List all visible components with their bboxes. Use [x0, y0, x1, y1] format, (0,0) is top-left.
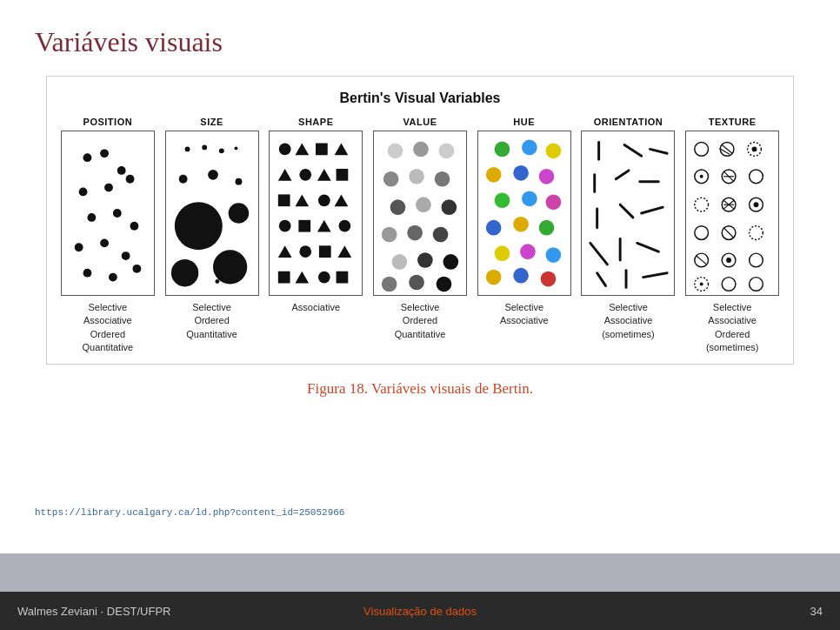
svg-point-8 — [130, 222, 138, 231]
svg-point-26 — [215, 279, 219, 284]
svg-point-109 — [700, 175, 703, 178]
svg-point-4 — [104, 184, 113, 192]
footer-center: Visualização de dados — [286, 605, 555, 618]
var-header-size: SIZE — [200, 117, 223, 127]
svg-line-94 — [621, 204, 634, 218]
figure-caption: Figura 18. Variáveis visuais de Bertin. — [35, 380, 805, 398]
svg-marker-30 — [335, 144, 349, 156]
svg-point-80 — [538, 220, 554, 236]
figure-box: Bertin's Visual Variables POSITION — [46, 76, 794, 365]
svg-rect-34 — [337, 169, 349, 181]
svg-point-120 — [754, 202, 759, 207]
svg-point-16 — [202, 144, 207, 150]
svg-point-66 — [382, 277, 397, 292]
svg-point-37 — [318, 194, 330, 206]
svg-point-71 — [545, 144, 561, 159]
var-box-position — [61, 131, 155, 296]
svg-point-32 — [300, 169, 312, 181]
svg-rect-50 — [337, 271, 349, 284]
svg-point-84 — [486, 270, 502, 285]
page-title: Variáveis visuais — [35, 26, 805, 58]
var-box-hue — [477, 131, 571, 296]
gray-area — [0, 553, 840, 592]
var-header-hue: HUE — [513, 117, 535, 127]
svg-rect-45 — [319, 245, 331, 258]
url-link[interactable]: https://library.ucalgary.ca/ld.php?conte… — [35, 507, 344, 518]
svg-point-74 — [538, 169, 554, 184]
svg-point-107 — [752, 146, 757, 151]
svg-point-54 — [383, 171, 399, 187]
svg-line-89 — [650, 149, 668, 153]
svg-point-133 — [750, 278, 763, 292]
svg-point-77 — [545, 194, 561, 210]
svg-line-95 — [642, 207, 663, 213]
svg-point-11 — [122, 251, 130, 260]
svg-point-53 — [439, 144, 455, 159]
svg-line-91 — [617, 171, 630, 179]
svg-point-61 — [407, 225, 423, 241]
svg-point-22 — [174, 202, 222, 250]
svg-point-49 — [318, 271, 330, 284]
svg-point-24 — [170, 259, 197, 286]
svg-rect-47 — [278, 271, 290, 284]
var-label-size: SelectiveOrderedQuantitative — [186, 301, 237, 341]
slide-content-area: Variáveis visuais Bertin's Visual Variab… — [0, 0, 840, 592]
svg-point-9 — [75, 243, 83, 251]
var-box-texture — [685, 131, 779, 296]
var-label-position: SelectiveAssociativeOrderedQuantitative — [83, 301, 134, 355]
svg-point-10 — [100, 238, 109, 247]
svg-point-55 — [409, 169, 424, 184]
svg-point-73 — [513, 165, 529, 181]
footer-right: 34 — [554, 605, 823, 618]
svg-line-99 — [597, 273, 606, 286]
svg-point-7 — [113, 209, 122, 218]
svg-point-86 — [540, 271, 556, 287]
svg-point-62 — [433, 227, 449, 243]
svg-point-23 — [228, 203, 249, 224]
var-label-hue: SelectiveAssociative — [500, 301, 549, 328]
var-label-texture: SelectiveAssociativeOrdered(sometimes) — [706, 301, 759, 355]
svg-point-75 — [494, 192, 510, 208]
svg-point-65 — [443, 254, 459, 270]
svg-line-104 — [722, 144, 732, 153]
svg-point-19 — [178, 175, 187, 184]
slide: Variáveis visuais Bertin's Visual Variab… — [0, 0, 840, 630]
svg-point-15 — [184, 146, 190, 151]
svg-point-42 — [339, 220, 351, 232]
var-col-value: VALUE — [368, 117, 472, 341]
svg-point-76 — [522, 191, 537, 206]
svg-marker-38 — [335, 194, 349, 206]
svg-rect-40 — [299, 220, 311, 232]
svg-rect-35 — [278, 194, 290, 206]
svg-line-101 — [643, 273, 667, 278]
var-col-position: POSITION — [56, 117, 160, 355]
svg-point-25 — [213, 250, 247, 284]
svg-point-6 — [87, 213, 96, 222]
svg-point-81 — [494, 245, 510, 261]
svg-point-20 — [208, 170, 218, 180]
var-box-shape — [269, 131, 363, 296]
var-label-shape: Associative — [291, 301, 340, 314]
svg-point-3 — [78, 188, 87, 197]
svg-marker-41 — [317, 220, 331, 232]
svg-point-67 — [409, 275, 424, 291]
svg-point-39 — [279, 220, 291, 232]
svg-point-70 — [522, 140, 537, 156]
svg-point-85 — [513, 268, 529, 284]
svg-marker-48 — [296, 271, 310, 284]
svg-point-63 — [392, 254, 408, 270]
svg-point-79 — [513, 217, 529, 232]
var-col-texture: TEXTURE — [680, 117, 784, 355]
svg-point-124 — [750, 226, 763, 240]
svg-point-56 — [435, 171, 450, 187]
var-label-value: SelectiveOrderedQuantitative — [395, 301, 446, 341]
var-header-texture: TEXTURE — [709, 117, 757, 127]
svg-line-96 — [590, 243, 608, 265]
svg-point-60 — [382, 227, 397, 243]
svg-point-82 — [520, 244, 536, 259]
svg-point-78 — [486, 220, 502, 236]
svg-marker-28 — [296, 144, 310, 156]
var-header-position: POSITION — [83, 117, 133, 127]
var-col-orientation: ORIENTATION — [577, 117, 681, 341]
var-header-shape: SHAPE — [298, 117, 333, 127]
